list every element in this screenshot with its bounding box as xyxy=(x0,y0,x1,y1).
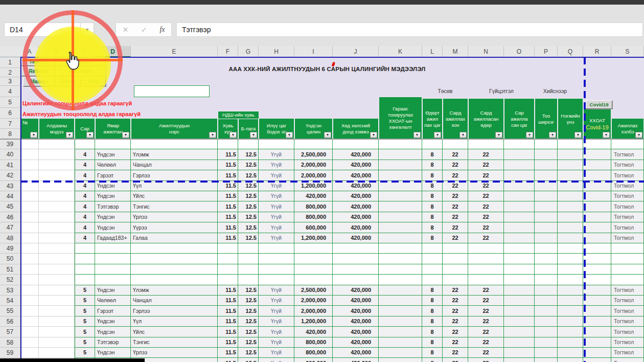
cell-E56[interactable]: Үүл xyxy=(131,316,218,327)
filter-button-D[interactable]: ▼ xyxy=(122,132,129,138)
cell-D40[interactable]: Үндсэн xyxy=(95,149,131,160)
cell-L54[interactable]: 8 xyxy=(422,296,443,306)
cell-R60[interactable] xyxy=(583,358,611,362)
cell-C49[interactable] xyxy=(75,243,95,254)
cell-D46[interactable]: Үндсэн xyxy=(95,212,131,222)
cell-C52[interactable] xyxy=(75,275,95,285)
cell-M53[interactable]: 22 xyxy=(443,285,468,296)
cell-R55[interactable] xyxy=(583,306,611,316)
cell-F48[interactable]: 11.5 xyxy=(218,233,238,243)
cell-L42[interactable]: 8 xyxy=(422,170,443,181)
cell-M41[interactable]: 22 xyxy=(443,160,468,170)
cell-N52[interactable] xyxy=(468,275,504,285)
cell-F41[interactable]: 11.5 xyxy=(218,160,238,170)
cell-P50[interactable] xyxy=(535,254,558,264)
cell-E43[interactable]: Үүл xyxy=(131,181,218,191)
cell-O49[interactable] xyxy=(504,243,535,254)
cell-J45[interactable]: 420,000 xyxy=(333,201,379,212)
column-header-K[interactable]: K xyxy=(379,46,422,57)
cell-Q59[interactable] xyxy=(558,348,583,358)
cell-K47[interactable] xyxy=(379,222,422,233)
cell-R41[interactable] xyxy=(583,160,611,170)
cell-A48[interactable] xyxy=(20,233,39,243)
cell-N58[interactable]: 22 xyxy=(468,337,504,348)
cell-K53[interactable] xyxy=(379,285,422,296)
row-header-7[interactable]: 7 xyxy=(0,119,20,129)
cell-B59[interactable] xyxy=(39,348,75,358)
cell-K44[interactable] xyxy=(379,191,422,201)
cell-J57[interactable]: 420,000 xyxy=(333,327,379,337)
cell-D39[interactable] xyxy=(95,139,131,149)
cell-C39[interactable] xyxy=(75,139,95,149)
cell-B48[interactable] xyxy=(39,233,75,243)
cell-B41[interactable] xyxy=(39,160,75,170)
cell-L46[interactable]: 8 xyxy=(422,212,443,222)
cell-I40[interactable]: 2,500,000 xyxy=(294,149,333,160)
cell-L57[interactable]: 8 xyxy=(422,327,443,337)
cell-D42[interactable]: Гэрээт xyxy=(95,170,131,181)
cell-B54[interactable] xyxy=(39,296,75,306)
cell-D52[interactable] xyxy=(95,275,131,285)
cell-C45[interactable]: 4 xyxy=(75,201,95,212)
cell-B56[interactable] xyxy=(39,316,75,327)
cell-L48[interactable]: 8 xyxy=(422,233,443,243)
cell-H52[interactable] xyxy=(259,275,294,285)
row-header-5[interactable]: 5 xyxy=(0,97,20,108)
cell-P52[interactable] xyxy=(535,275,558,285)
cell-M52[interactable] xyxy=(443,275,468,285)
cell-G54[interactable]: 12.5 xyxy=(238,296,259,306)
cell-P56[interactable] xyxy=(535,316,558,327)
cell-C47[interactable]: 4 xyxy=(75,222,95,233)
cell-E49[interactable] xyxy=(131,243,218,254)
cell-M49[interactable] xyxy=(443,243,468,254)
cell-Q44[interactable] xyxy=(558,191,583,201)
cell-M48[interactable]: 22 xyxy=(443,233,468,243)
cell-K50[interactable] xyxy=(379,254,422,264)
cell-E42[interactable]: Гэрлээ xyxy=(131,170,218,181)
column-header-E[interactable]: E xyxy=(131,46,218,57)
cell-H41[interactable]: Үгүй xyxy=(259,160,294,170)
cell-M42[interactable]: 22 xyxy=(443,170,468,181)
cell-R57[interactable] xyxy=(583,327,611,337)
cell-P41[interactable] xyxy=(535,160,558,170)
cell-A47[interactable] xyxy=(20,222,39,233)
cell-Q48[interactable] xyxy=(558,233,583,243)
filter-button-S[interactable]: ▼ xyxy=(635,132,642,138)
cell-R40[interactable] xyxy=(583,149,611,160)
cell-H43[interactable]: Үгүй xyxy=(259,181,294,191)
cell-O39[interactable] xyxy=(504,139,535,149)
row-header-50[interactable]: 50 xyxy=(0,254,20,264)
cell-K54[interactable] xyxy=(379,296,422,306)
cell-B53[interactable] xyxy=(39,285,75,296)
cell-H48[interactable]: Үгүй xyxy=(259,233,294,243)
cell-Q60[interactable] xyxy=(558,358,583,362)
cell-Q57[interactable] xyxy=(558,327,583,337)
cell-H47[interactable]: Үгүй xyxy=(259,222,294,233)
cell-L58[interactable]: 8 xyxy=(422,337,443,348)
column-header-R[interactable]: R xyxy=(583,46,611,57)
cell-L40[interactable]: 8 xyxy=(422,149,443,160)
cell-Q42[interactable] xyxy=(558,170,583,181)
cell-E46[interactable]: Үрлээ xyxy=(131,212,218,222)
cell-M55[interactable]: 22 xyxy=(443,306,468,316)
filter-button-M[interactable]: ▼ xyxy=(459,132,467,138)
cell-N50[interactable] xyxy=(468,254,504,264)
cell-Q43[interactable] xyxy=(558,181,583,191)
cell-J39[interactable] xyxy=(333,139,379,149)
cell-O42[interactable] xyxy=(504,170,535,181)
row-header-8[interactable]: 8 xyxy=(0,129,20,139)
cell-Q49[interactable] xyxy=(558,243,583,254)
cell-C44[interactable]: 4 xyxy=(75,191,95,201)
cell-P47[interactable] xyxy=(535,222,558,233)
cell-P54[interactable] xyxy=(535,296,558,306)
cell-R52[interactable] xyxy=(583,275,611,285)
cell-E45[interactable]: Тэнгис xyxy=(131,201,218,212)
cell-F54[interactable]: 11.5 xyxy=(218,296,238,306)
column-header-N[interactable]: N xyxy=(468,46,504,57)
cell-N54[interactable]: 22 xyxy=(468,296,504,306)
cell-M58[interactable]: 22 xyxy=(443,337,468,348)
cell-N53[interactable]: 22 xyxy=(468,285,504,296)
cell-H58[interactable]: Үгүй xyxy=(259,337,294,348)
cell-R46[interactable] xyxy=(583,212,611,222)
cell-I41[interactable]: 2,000,000 xyxy=(294,160,333,170)
